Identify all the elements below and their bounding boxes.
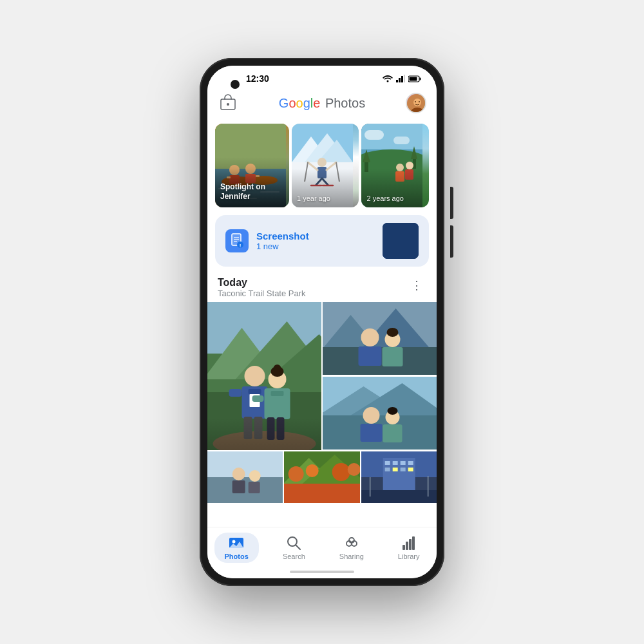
photo-small-3[interactable] bbox=[361, 451, 437, 503]
phone-device: 12:30 bbox=[200, 58, 444, 586]
svg-point-136 bbox=[289, 466, 304, 482]
svg-point-14 bbox=[419, 101, 420, 102]
logo-letter-o1: o bbox=[289, 96, 296, 111]
library-nav-icon bbox=[401, 535, 417, 551]
svg-rect-146 bbox=[408, 461, 413, 465]
svg-point-155 bbox=[232, 540, 236, 544]
library-nav-label: Library bbox=[398, 553, 420, 560]
svg-rect-4 bbox=[404, 75, 405, 82]
svg-rect-143 bbox=[384, 461, 390, 465]
screenshot-text: Screenshot 1 new bbox=[256, 231, 383, 251]
svg-rect-6 bbox=[420, 77, 421, 80]
svg-point-78 bbox=[401, 238, 416, 256]
photo-small-1[interactable] bbox=[207, 451, 283, 503]
svg-rect-75 bbox=[388, 240, 413, 242]
svg-point-130 bbox=[249, 470, 261, 482]
svg-rect-70 bbox=[383, 223, 419, 259]
svg-rect-50 bbox=[393, 137, 410, 144]
svg-rect-135 bbox=[284, 484, 359, 503]
screenshot-title: Screenshot bbox=[256, 231, 383, 242]
svg-rect-81 bbox=[408, 239, 412, 243]
svg-point-113 bbox=[387, 328, 399, 337]
search-nav-label: Search bbox=[283, 553, 305, 560]
svg-rect-76 bbox=[388, 243, 407, 245]
memory-label-jennifer: Spotlight on Jennifer bbox=[220, 182, 289, 202]
signal-icon bbox=[396, 75, 405, 82]
today-title: Today bbox=[218, 277, 306, 289]
svg-point-123 bbox=[388, 407, 398, 415]
nav-item-search[interactable]: Search bbox=[272, 533, 316, 563]
store-icon[interactable] bbox=[218, 93, 238, 113]
svg-point-138 bbox=[332, 463, 350, 481]
svg-rect-72 bbox=[388, 231, 395, 238]
svg-rect-7 bbox=[410, 77, 417, 80]
app-logo: Google Photos bbox=[279, 96, 365, 111]
svg-point-0 bbox=[387, 80, 389, 82]
screenshot-icon: ! bbox=[225, 229, 249, 252]
photo-top-right-couple[interactable] bbox=[323, 302, 437, 375]
svg-rect-111 bbox=[359, 346, 382, 366]
memory-card-overlook[interactable]: 2 years ago bbox=[361, 124, 429, 207]
home-bar bbox=[290, 571, 354, 573]
today-text-group: Today Taconic Trail State Park bbox=[218, 277, 306, 298]
svg-rect-148 bbox=[392, 468, 397, 471]
svg-text:!: ! bbox=[240, 243, 242, 249]
svg-point-137 bbox=[306, 464, 319, 477]
svg-rect-80 bbox=[403, 239, 407, 243]
svg-rect-131 bbox=[249, 482, 260, 493]
svg-rect-22 bbox=[227, 176, 231, 178]
photo-row-bottom bbox=[207, 451, 437, 503]
search-nav-icon bbox=[286, 535, 301, 551]
wifi-icon bbox=[383, 75, 393, 82]
svg-rect-121 bbox=[361, 424, 383, 442]
memory-label-overlook: 2 years ago bbox=[366, 194, 403, 202]
svg-rect-79 bbox=[401, 241, 416, 254]
memory-card-ski[interactable]: 1 year ago bbox=[292, 124, 359, 207]
svg-rect-77 bbox=[388, 247, 410, 249]
status-bar: 12:30 bbox=[207, 66, 437, 88]
svg-rect-164 bbox=[409, 539, 412, 550]
screenshot-banner[interactable]: ! Screenshot 1 new bbox=[215, 215, 429, 267]
svg-rect-2 bbox=[399, 78, 401, 82]
logo-letter-e: e bbox=[313, 96, 320, 111]
photos-nav-label: Photos bbox=[225, 553, 249, 560]
svg-rect-129 bbox=[232, 480, 245, 493]
svg-point-20 bbox=[229, 165, 240, 175]
side-button-volume-up[interactable] bbox=[450, 187, 453, 219]
today-header: Today Taconic Trail State Park ⋮ bbox=[207, 272, 437, 301]
svg-rect-162 bbox=[402, 545, 405, 550]
svg-rect-101 bbox=[271, 391, 284, 396]
svg-rect-150 bbox=[408, 468, 413, 471]
photo-small-2[interactable] bbox=[284, 451, 359, 503]
svg-point-89 bbox=[245, 366, 265, 386]
nav-item-library[interactable]: Library bbox=[388, 533, 430, 563]
photo-bottom-right-couple[interactable] bbox=[323, 377, 437, 450]
nav-item-sharing[interactable]: Sharing bbox=[329, 533, 374, 563]
screenshot-subtitle: 1 new bbox=[256, 242, 383, 251]
svg-rect-1 bbox=[396, 80, 398, 82]
main-scroll[interactable]: Spotlight on Jennifer bbox=[207, 118, 437, 527]
memory-card-jennifer[interactable]: Spotlight on Jennifer bbox=[215, 124, 289, 207]
photo-main-couple[interactable] bbox=[207, 302, 321, 450]
logo-letter-g2: g bbox=[303, 96, 310, 111]
svg-point-9 bbox=[227, 103, 229, 106]
svg-rect-93 bbox=[229, 389, 242, 397]
svg-rect-163 bbox=[406, 542, 408, 550]
more-options-icon[interactable]: ⋮ bbox=[407, 277, 426, 294]
memory-cards-row: Spotlight on Jennifer bbox=[207, 118, 437, 213]
sharing-nav-label: Sharing bbox=[339, 553, 364, 560]
memory-label-ski: 1 year ago bbox=[297, 194, 330, 202]
svg-point-99 bbox=[274, 365, 281, 372]
svg-rect-149 bbox=[400, 468, 405, 471]
svg-rect-25 bbox=[256, 175, 260, 177]
svg-rect-3 bbox=[401, 76, 403, 82]
svg-point-120 bbox=[363, 407, 380, 424]
user-avatar[interactable] bbox=[406, 93, 426, 113]
svg-rect-71 bbox=[386, 229, 415, 252]
nav-item-photos[interactable]: Photos bbox=[214, 533, 259, 563]
side-button-volume-down[interactable] bbox=[450, 225, 453, 258]
logo-letter-g1: G bbox=[279, 96, 289, 111]
today-subtitle: Taconic Trail State Park bbox=[218, 289, 306, 298]
svg-rect-73 bbox=[397, 231, 404, 238]
svg-rect-102 bbox=[252, 395, 264, 402]
